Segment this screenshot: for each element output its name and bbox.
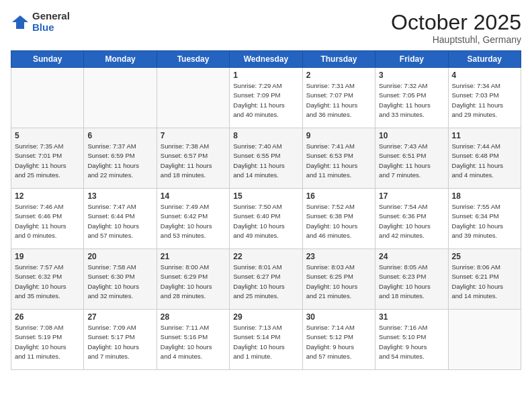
svg-marker-0 [12,15,28,29]
day-info: Sunrise: 8:03 AM Sunset: 6:25 PM Dayligh… [306,263,371,301]
day-cell-28: 28Sunrise: 7:11 AM Sunset: 5:16 PM Dayli… [157,310,229,370]
day-number: 9 [306,131,371,140]
day-cell-17: 17Sunrise: 7:54 AM Sunset: 6:36 PM Dayli… [375,189,448,249]
week-row-5: 26Sunrise: 7:08 AM Sunset: 5:19 PM Dayli… [11,310,521,370]
day-info: Sunrise: 7:37 AM Sunset: 6:59 PM Dayligh… [87,142,152,180]
day-cell-4: 4Sunrise: 7:34 AM Sunset: 7:03 PM Daylig… [448,68,521,128]
day-info: Sunrise: 7:29 AM Sunset: 7:09 PM Dayligh… [233,81,298,120]
day-info: Sunrise: 8:01 AM Sunset: 6:27 PM Dayligh… [233,263,298,301]
day-number: 18 [452,191,517,201]
day-number: 1 [233,71,298,80]
logo-text: General Blue [32,11,70,33]
day-info: Sunrise: 7:16 AM Sunset: 5:10 PM Dayligh… [379,323,444,361]
day-info: Sunrise: 7:08 AM Sunset: 5:19 PM Dayligh… [15,323,80,361]
weekday-header-monday: Monday [84,51,157,68]
day-info: Sunrise: 7:54 AM Sunset: 6:36 PM Dayligh… [379,202,444,240]
day-cell-16: 16Sunrise: 7:52 AM Sunset: 6:38 PM Dayli… [302,189,375,249]
day-cell-21: 21Sunrise: 8:00 AM Sunset: 6:29 PM Dayli… [157,249,229,310]
day-info: Sunrise: 8:06 AM Sunset: 6:21 PM Dayligh… [452,263,517,301]
day-info: Sunrise: 7:32 AM Sunset: 7:05 PM Dayligh… [379,81,444,120]
day-number: 28 [161,312,226,322]
day-cell-12: 12Sunrise: 7:46 AM Sunset: 6:46 PM Dayli… [11,189,84,249]
day-info: Sunrise: 7:44 AM Sunset: 6:48 PM Dayligh… [452,142,517,180]
weekday-header-thursday: Thursday [302,51,375,68]
location: Hauptstuhl, Germany [391,34,521,45]
logo-icon [11,13,30,32]
day-number: 12 [15,191,80,201]
week-row-1: 1Sunrise: 7:29 AM Sunset: 7:09 PM Daylig… [11,68,521,128]
weekday-header-row: SundayMondayTuesdayWednesdayThursdayFrid… [11,51,521,68]
day-info: Sunrise: 7:47 AM Sunset: 6:44 PM Dayligh… [87,202,152,240]
day-cell-27: 27Sunrise: 7:09 AM Sunset: 5:17 PM Dayli… [84,310,157,370]
day-number: 30 [306,312,371,322]
day-cell-6: 6Sunrise: 7:37 AM Sunset: 6:59 PM Daylig… [84,128,157,189]
day-number: 31 [379,312,444,322]
day-cell-11: 11Sunrise: 7:44 AM Sunset: 6:48 PM Dayli… [448,128,521,189]
day-number: 8 [233,131,298,140]
day-cell-22: 22Sunrise: 8:01 AM Sunset: 6:27 PM Dayli… [230,249,302,310]
logo: General Blue [11,11,70,33]
day-number: 2 [306,71,371,80]
day-cell-25: 25Sunrise: 8:06 AM Sunset: 6:21 PM Dayli… [448,249,521,310]
day-info: Sunrise: 7:52 AM Sunset: 6:38 PM Dayligh… [306,202,371,240]
day-cell-31: 31Sunrise: 7:16 AM Sunset: 5:10 PM Dayli… [375,310,448,370]
day-cell-30: 30Sunrise: 7:14 AM Sunset: 5:12 PM Dayli… [302,310,375,370]
day-number: 20 [87,252,152,261]
calendar-table: SundayMondayTuesdayWednesdayThursdayFrid… [11,50,521,370]
day-info: Sunrise: 7:58 AM Sunset: 6:30 PM Dayligh… [87,263,152,301]
day-cell-15: 15Sunrise: 7:50 AM Sunset: 6:40 PM Dayli… [230,189,302,249]
logo-blue: Blue [32,22,70,34]
day-number: 6 [87,131,152,140]
empty-cell [11,68,84,128]
logo-general: General [32,11,70,22]
day-info: Sunrise: 7:31 AM Sunset: 7:07 PM Dayligh… [306,81,371,120]
title-block: October 2025 Hauptstuhl, Germany [391,11,521,45]
day-number: 19 [15,252,80,261]
day-cell-26: 26Sunrise: 7:08 AM Sunset: 5:19 PM Dayli… [11,310,84,370]
day-cell-13: 13Sunrise: 7:47 AM Sunset: 6:44 PM Dayli… [84,189,157,249]
day-info: Sunrise: 7:43 AM Sunset: 6:51 PM Dayligh… [379,142,444,180]
day-number: 10 [379,131,444,140]
day-number: 27 [87,312,152,322]
day-info: Sunrise: 8:05 AM Sunset: 6:23 PM Dayligh… [379,263,444,301]
day-number: 22 [233,252,298,261]
day-number: 5 [15,131,80,140]
day-number: 13 [87,191,152,201]
day-cell-20: 20Sunrise: 7:58 AM Sunset: 6:30 PM Dayli… [84,249,157,310]
day-cell-3: 3Sunrise: 7:32 AM Sunset: 7:05 PM Daylig… [375,68,448,128]
day-info: Sunrise: 7:34 AM Sunset: 7:03 PM Dayligh… [452,81,517,120]
day-cell-5: 5Sunrise: 7:35 AM Sunset: 7:01 PM Daylig… [11,128,84,189]
day-cell-23: 23Sunrise: 8:03 AM Sunset: 6:25 PM Dayli… [302,249,375,310]
empty-cell [448,310,521,370]
day-number: 26 [15,312,80,322]
day-number: 23 [306,252,371,261]
weekday-header-tuesday: Tuesday [157,51,229,68]
day-cell-29: 29Sunrise: 7:13 AM Sunset: 5:14 PM Dayli… [230,310,302,370]
day-number: 4 [452,71,517,80]
week-row-2: 5Sunrise: 7:35 AM Sunset: 7:01 PM Daylig… [11,128,521,189]
month-title: October 2025 [391,11,521,34]
day-number: 24 [379,252,444,261]
day-number: 14 [161,191,226,201]
day-number: 16 [306,191,371,201]
day-info: Sunrise: 7:14 AM Sunset: 5:12 PM Dayligh… [306,323,371,361]
day-number: 11 [452,131,517,140]
day-info: Sunrise: 7:13 AM Sunset: 5:14 PM Dayligh… [233,323,298,361]
day-cell-7: 7Sunrise: 7:38 AM Sunset: 6:57 PM Daylig… [157,128,229,189]
day-number: 15 [233,191,298,201]
week-row-4: 19Sunrise: 7:57 AM Sunset: 6:32 PM Dayli… [11,249,521,310]
day-info: Sunrise: 7:09 AM Sunset: 5:17 PM Dayligh… [87,323,152,361]
day-cell-1: 1Sunrise: 7:29 AM Sunset: 7:09 PM Daylig… [230,68,302,128]
day-cell-2: 2Sunrise: 7:31 AM Sunset: 7:07 PM Daylig… [302,68,375,128]
day-cell-9: 9Sunrise: 7:41 AM Sunset: 6:53 PM Daylig… [302,128,375,189]
day-cell-14: 14Sunrise: 7:49 AM Sunset: 6:42 PM Dayli… [157,189,229,249]
day-number: 3 [379,71,444,80]
weekday-header-saturday: Saturday [448,51,521,68]
day-info: Sunrise: 7:41 AM Sunset: 6:53 PM Dayligh… [306,142,371,180]
empty-cell [157,68,229,128]
day-info: Sunrise: 7:40 AM Sunset: 6:55 PM Dayligh… [233,142,298,180]
empty-cell [84,68,157,128]
day-number: 21 [161,252,226,261]
day-info: Sunrise: 8:00 AM Sunset: 6:29 PM Dayligh… [161,263,226,301]
day-cell-18: 18Sunrise: 7:55 AM Sunset: 6:34 PM Dayli… [448,189,521,249]
